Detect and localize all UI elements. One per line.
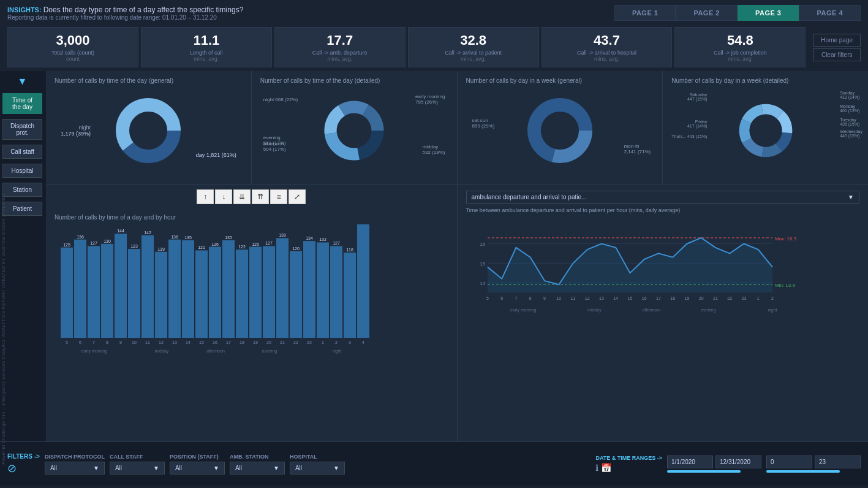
bar-label-5: 125 — [63, 243, 70, 247]
bar-16 — [209, 247, 221, 338]
sidebar-filter-patient[interactable]: Patient — [2, 202, 42, 216]
kpi-sub-amb-departure: mins, avg. — [285, 56, 395, 62]
filters-group: FILTERS -> ⊘ — [7, 453, 40, 475]
toolbar-btn-menu[interactable]: ≡ — [270, 189, 287, 204]
bottom-bar: FILTERS -> ⊘ DISPATCH PROTOCOL All ▼ CAL… — [0, 441, 868, 486]
call-staff-select[interactable]: All ▼ — [110, 462, 165, 475]
x-label-9: 9 — [543, 296, 546, 300]
amb-station-group: AMB. STATION All ▼ — [230, 454, 285, 475]
chart3-title: Number of calls by day in a week (genera… — [466, 77, 654, 84]
page-tabs: PAGE 1 PAGE 2 PAGE 3 PAGE 4 — [614, 5, 861, 21]
amb-station-chevron: ▼ — [273, 465, 279, 471]
kpi-value-total-calls: 3,000 — [18, 32, 128, 48]
bar-xlabel-5: 5 — [66, 340, 68, 345]
x-label-18: 18 — [670, 296, 675, 300]
time-slider[interactable] — [766, 470, 840, 473]
time-from-input[interactable] — [766, 456, 812, 468]
tab-page4[interactable]: PAGE 4 — [799, 5, 861, 21]
sidebar-filter-staff[interactable]: Call staff — [2, 145, 42, 159]
svg-point-8 — [338, 114, 371, 148]
charts-area: Number of calls by time of the day (gene… — [46, 71, 868, 441]
sidebar-filter-station[interactable]: Station — [2, 183, 42, 197]
sidebar-filter-dispatch[interactable]: Dispatch prot. — [2, 119, 42, 140]
bar-7 — [88, 246, 100, 338]
toolbar-btn-expand[interactable]: ⤢ — [289, 189, 306, 204]
sidebar-filter-time[interactable]: Time of the day — [2, 93, 42, 114]
kpi-amb-departure: 17.7 Call -> amb. departure mins, avg. — [274, 27, 406, 67]
position-label: POSITION (STAFF) — [170, 454, 225, 460]
x-label-19: 19 — [684, 296, 689, 300]
line-chart-area: 141516Max: 16.3Min: 13.95678910111213141… — [466, 216, 860, 315]
bottom-charts-row: ↑ ↓ ⇊ ⇈ ≡ ⤢ Number of calls by time of a… — [46, 185, 868, 441]
bar-xlabel-17: 17 — [226, 340, 231, 345]
kpi-value-length: 11.1 — [151, 32, 262, 48]
sidebar-filter-hospital[interactable]: Hospital — [2, 164, 42, 178]
date-to-input[interactable] — [715, 456, 761, 468]
chart-panel-3: Number of calls by day in a week (genera… — [458, 71, 663, 184]
hospital-select[interactable]: All ▼ — [290, 462, 345, 475]
section-label-night: night — [332, 349, 341, 354]
tab-page3[interactable]: PAGE 3 — [738, 5, 799, 21]
bar-23 — [303, 241, 315, 338]
dispatch-select[interactable]: All ▼ — [45, 462, 105, 475]
date-from-input[interactable] — [667, 456, 713, 468]
dispatch-protocol-group: DISPATCH PROTOCOL All ▼ — [45, 454, 105, 475]
kpi-total-calls: 3,000 Total calls (count) count — [7, 27, 138, 67]
bar-18 — [236, 250, 248, 338]
chart-panel-4: Number of calls by day in a week (detail… — [663, 71, 868, 184]
bar-label-6: 136 — [77, 235, 84, 239]
tab-page2[interactable]: PAGE 2 — [676, 5, 738, 21]
position-select[interactable]: All ▼ — [170, 462, 225, 475]
kpi-sub-arrival-hospital: mins, avg. — [552, 56, 662, 62]
bar-xlabel-6: 6 — [79, 340, 81, 345]
bar-22 — [290, 251, 302, 338]
x-label-7: 7 — [515, 296, 517, 300]
left-sidebar: iPower BI Challenge #14 – Emergency Serv… — [0, 71, 46, 441]
hospital-chevron: ▼ — [333, 465, 339, 471]
bar-xlabel-2: 2 — [335, 340, 338, 345]
min-label: Min: 13.9 — [775, 283, 795, 288]
bar-xlabel-1: 1 — [322, 340, 324, 345]
kpi-value-amb-departure: 17.7 — [285, 32, 395, 48]
toolbar-btn-up[interactable]: ↑ — [197, 189, 214, 204]
line-chart-title: Time between ambulance departure and arr… — [466, 207, 860, 213]
svg-point-11 — [542, 112, 578, 149]
max-label: Max: 16.3 — [775, 236, 797, 242]
bar-9 — [115, 234, 127, 338]
bar-label-18: 122 — [238, 245, 246, 249]
hospital-value: All — [295, 465, 302, 471]
toolbar-btn-up2[interactable]: ⇈ — [252, 189, 269, 204]
bar-20 — [263, 246, 275, 338]
chart1-donut: night 1,179 (39%) day 1,821 (61%) — [55, 88, 243, 173]
x-label-2: 2 — [771, 296, 774, 300]
amb-station-select[interactable]: All ▼ — [230, 462, 285, 475]
toolbar-btn-down[interactable]: ↓ — [215, 189, 232, 204]
tab-page1[interactable]: PAGE 1 — [614, 5, 676, 21]
chart4-labels-right: Sunday 412 (14%) Monday 401 (13%) Tuesda… — [840, 91, 862, 138]
bar-xlabel-7: 7 — [92, 340, 95, 345]
chevron-down-icon: ▼ — [848, 194, 854, 200]
section-label-early-morning: early morning — [81, 349, 108, 354]
bar-label-7: 127 — [90, 241, 97, 245]
time-to-input[interactable] — [815, 456, 861, 468]
toolbar-btn-down2[interactable]: ⇊ — [233, 189, 251, 204]
bottom-right-panel: ambulance departure and arrival to patie… — [458, 185, 869, 441]
dispatch-value: All — [50, 465, 57, 471]
call-staff-label: CALL STAFF — [110, 454, 165, 460]
bar-label-21: 138 — [279, 233, 286, 237]
bar-label-23: 134 — [306, 236, 313, 240]
bar-5 — [61, 248, 73, 338]
bar-label-22: 120 — [292, 246, 300, 251]
top-bar: INSIGHTS: Does the day type or time of a… — [0, 0, 868, 23]
home-page-button[interactable]: Home page — [813, 34, 861, 47]
line-chart-dropdown[interactable]: ambulance departure and arrival to patie… — [466, 191, 860, 204]
clear-filters-button[interactable]: Clear filters — [813, 48, 861, 61]
bar-label-8: 130 — [104, 239, 111, 243]
bar-8 — [101, 244, 113, 338]
kpi-value-arrival-hospital: 43.7 — [552, 32, 662, 48]
dispatch-chevron: ▼ — [93, 465, 99, 471]
chart2-midday-label: midday532 (18%) — [423, 144, 445, 155]
info-icon: ℹ — [595, 463, 598, 473]
date-slider[interactable] — [667, 470, 741, 473]
filters-label: FILTERS -> — [7, 453, 40, 460]
